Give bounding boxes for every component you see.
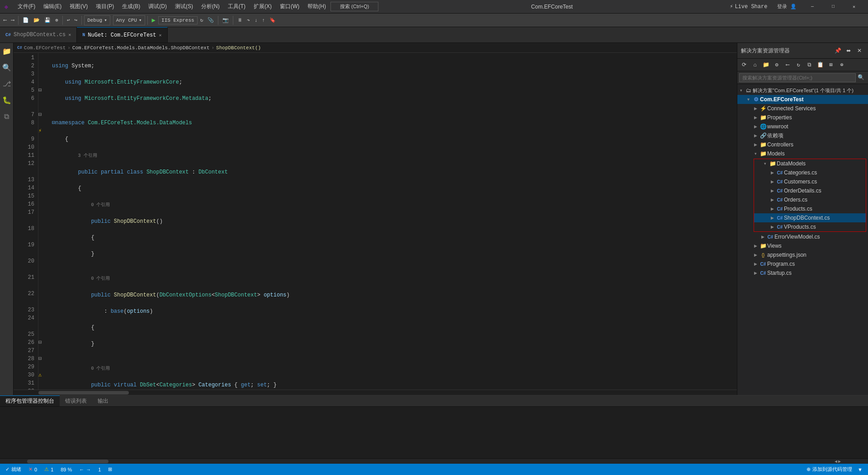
- status-ready[interactable]: ✓ 就绪: [4, 466, 23, 473]
- screenshot-btn[interactable]: 📷: [221, 16, 231, 24]
- tree-products[interactable]: ▶ C# Products.cs: [754, 204, 866, 213]
- run-btn[interactable]: ▶: [150, 16, 157, 24]
- maximize-btn[interactable]: □: [823, 0, 844, 14]
- status-line[interactable]: 1: [96, 467, 103, 472]
- tab-error-list[interactable]: 错误列表: [60, 395, 92, 406]
- breadcrumb-method[interactable]: ShopDBContext(): [216, 45, 261, 51]
- tab-package-manager[interactable]: 程序包管理器控制台: [0, 395, 60, 406]
- tree-program[interactable]: ▶ C# Program.cs: [737, 259, 868, 268]
- activity-git[interactable]: ⎇: [0, 78, 13, 90]
- back-btn[interactable]: ⟵: [2, 16, 9, 24]
- tree-dependencies[interactable]: ▶ 🔗 依赖项: [737, 131, 868, 140]
- se-expand-btn[interactable]: ⊕: [837, 60, 847, 70]
- breakpoint-btn[interactable]: ⏸: [236, 16, 244, 24]
- tab-close-shopdb[interactable]: ✕: [68, 32, 71, 38]
- minimize-btn[interactable]: —: [802, 0, 823, 14]
- menu-analyze[interactable]: 分析(N): [198, 2, 223, 11]
- step-over-btn[interactable]: ↷: [245, 16, 252, 24]
- tree-categories[interactable]: ▶ C# Categories.cs: [754, 168, 866, 177]
- tab-nuget[interactable]: N NuGet: Com.EFCoreTest ✕: [77, 27, 167, 42]
- debug-config-dropdown[interactable]: Debug ▾: [84, 15, 110, 25]
- menu-window[interactable]: 窗口(W): [276, 2, 303, 11]
- tree-wwwroot[interactable]: ▶ 🌐 wwwroot: [737, 122, 868, 131]
- se-home-btn[interactable]: ⌂: [750, 60, 760, 70]
- menu-edit[interactable]: 编辑(E): [40, 2, 65, 11]
- scroll-left[interactable]: ◀: [835, 459, 837, 464]
- tree-datamodels[interactable]: ▾ 📁 DataModels: [754, 159, 866, 168]
- se-paste-btn[interactable]: 📋: [815, 60, 825, 70]
- tree-appsettings[interactable]: ▶ {} appsettings.json: [737, 250, 868, 259]
- breadcrumb-project[interactable]: Com.EFCoreTest: [24, 45, 66, 51]
- tab-shopdbcontext[interactable]: C# ShopDBContext.cs ✕: [0, 27, 77, 42]
- save-all-btn[interactable]: ⊕: [53, 16, 60, 24]
- se-arrow-btn[interactable]: ⬌: [844, 46, 854, 56]
- se-search-input[interactable]: [739, 73, 856, 82]
- tree-customers[interactable]: ▶ C# Customers.cs: [754, 177, 866, 186]
- tree-shopdbcontext[interactable]: ▶ C# ShopDBContext.cs: [754, 213, 866, 222]
- status-errors[interactable]: ✕ 0: [27, 466, 39, 472]
- menu-help[interactable]: 帮助(H): [304, 2, 330, 11]
- tree-models[interactable]: ▾ 📁 Models: [737, 149, 868, 158]
- menu-view[interactable]: 视图(V): [66, 2, 91, 11]
- se-sync-btn[interactable]: ⟳: [739, 60, 749, 70]
- tree-orderdetails[interactable]: ▶ C# OrderDetails.cs: [754, 186, 866, 195]
- undo-btn[interactable]: ↩: [65, 16, 72, 24]
- se-copy-btn[interactable]: ⧉: [804, 60, 814, 70]
- status-navbtns[interactable]: ← →: [77, 467, 93, 472]
- close-btn[interactable]: ✕: [844, 0, 864, 14]
- se-settings-btn[interactable]: ⚙: [772, 60, 782, 70]
- tree-errorviewmodel[interactable]: ▶ C# ErrorViewModel.cs: [737, 232, 868, 241]
- scroll-right[interactable]: ▶: [838, 459, 841, 464]
- menu-build[interactable]: 生成(B): [118, 2, 144, 11]
- horizontal-scrollbar[interactable]: [14, 390, 737, 395]
- se-pin-btn[interactable]: 📌: [833, 46, 843, 56]
- status-arrow-down[interactable]: ▼: [856, 466, 864, 473]
- status-warnings[interactable]: ⚠ 1: [42, 466, 55, 472]
- redo-btn[interactable]: ↪: [73, 16, 80, 24]
- add-source-control-btn[interactable]: ⊕ 添加到源代码管理: [805, 466, 854, 473]
- se-refresh-btn[interactable]: ↻: [793, 60, 803, 70]
- tree-vproducts[interactable]: ▶ C# VProducts.cs: [754, 222, 866, 231]
- menu-tools[interactable]: 工具(T): [224, 2, 249, 11]
- activity-extensions[interactable]: ⧉: [0, 110, 13, 123]
- scrollbar-thumb[interactable]: [38, 391, 129, 395]
- activity-search[interactable]: 🔍: [0, 61, 13, 74]
- save-btn[interactable]: 💾: [42, 16, 52, 24]
- platform-dropdown[interactable]: Any CPU ▾: [113, 15, 145, 25]
- tree-controllers[interactable]: ▶ 📁 Controllers: [737, 140, 868, 149]
- status-zoom[interactable]: 89 %: [59, 467, 74, 472]
- menu-test[interactable]: 测试(S): [171, 2, 197, 11]
- menu-debug[interactable]: 调试(D): [145, 2, 170, 11]
- live-share-btn[interactable]: ⚡ Live Share: [725, 2, 772, 11]
- status-nav-ctrl[interactable]: ⊞: [106, 466, 114, 472]
- nav-back[interactable]: ←: [79, 467, 84, 472]
- new-file-btn[interactable]: 📄: [21, 16, 31, 24]
- open-btn[interactable]: 📂: [32, 16, 42, 24]
- tree-orders[interactable]: ▶ C# Orders.cs: [754, 195, 866, 204]
- activity-debug[interactable]: 🐛: [0, 94, 13, 107]
- menu-search[interactable]: 搜索 (Ctrl+Q): [330, 2, 378, 11]
- tab-close-nuget[interactable]: ✕: [159, 33, 162, 38]
- refresh-btn[interactable]: ↻: [198, 16, 205, 24]
- tree-startup[interactable]: ▶ C# Startup.cs: [737, 268, 868, 277]
- breadcrumb-class[interactable]: Com.EFCoreTest.Models.DataModels.ShopDBC…: [72, 45, 210, 51]
- code-content[interactable]: using System; using Microsoft.EntityFram…: [47, 53, 737, 390]
- step-out-btn[interactable]: ↑: [260, 17, 267, 24]
- tree-properties[interactable]: ▶ 📁 Properties: [737, 113, 868, 122]
- tree-views[interactable]: ▶ 📁 Views: [737, 241, 868, 250]
- se-filter-btn[interactable]: ⟵: [783, 60, 793, 70]
- run-target[interactable]: IIS Express: [158, 16, 198, 24]
- se-grid-btn[interactable]: ⊞: [826, 60, 836, 70]
- activity-explorer[interactable]: 📁: [0, 45, 13, 58]
- tab-output[interactable]: 输出: [92, 395, 114, 406]
- nav-fwd[interactable]: →: [86, 467, 91, 472]
- se-folder-btn[interactable]: 📁: [761, 60, 771, 70]
- step-in-btn[interactable]: ↓: [253, 17, 259, 24]
- menu-extensions[interactable]: 扩展(X): [250, 2, 275, 11]
- attach-btn[interactable]: 📎: [206, 16, 216, 24]
- tree-solution[interactable]: ▾ 🗂 解决方案"Com.EFCoreTest"(1 个项目/共 1 个): [737, 86, 868, 95]
- forward-btn[interactable]: ⟶: [9, 16, 16, 24]
- tree-project[interactable]: ▾ ⚙ Com.EFCoreTest: [737, 95, 868, 104]
- se-close-btn[interactable]: ✕: [854, 46, 864, 56]
- tree-connected-services[interactable]: ▶ ⚡ Connected Services: [737, 104, 868, 113]
